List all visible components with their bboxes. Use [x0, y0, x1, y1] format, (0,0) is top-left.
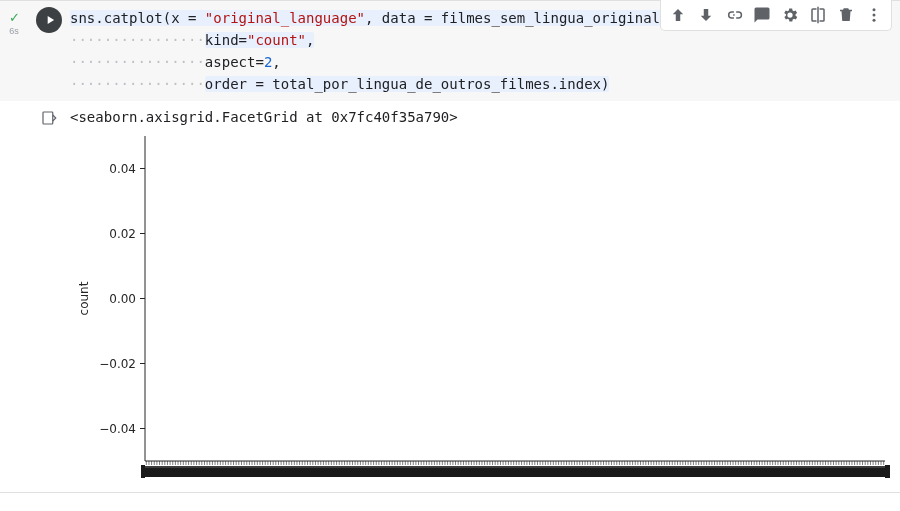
svg-point-0: [873, 8, 876, 11]
delete-button[interactable]: [833, 2, 859, 28]
settings-button[interactable]: [777, 2, 803, 28]
code-line: ················order = total_por_lingua…: [70, 73, 892, 95]
execution-time: 6s: [9, 26, 19, 36]
output-area: <seaborn.axisgrid.FacetGrid at 0x7fc40f3…: [0, 101, 900, 492]
more-vert-icon: [865, 6, 883, 24]
execution-gutter: ✓ 6s: [0, 1, 28, 36]
svg-text:count: count: [77, 281, 91, 315]
output-icon-column: [28, 107, 70, 127]
notebook-cell: ✓ 6s sns.catplot(x = "original_language"…: [0, 0, 900, 493]
seaborn-chart: −0.04−0.020.000.020.04count8: [70, 131, 890, 486]
code-line: ················kind="count",: [70, 29, 892, 51]
cell-toolbar: [660, 0, 892, 31]
link-icon: [725, 6, 743, 24]
svg-text:−0.04: −0.04: [99, 422, 136, 436]
svg-rect-3: [43, 112, 53, 124]
mirror-button[interactable]: [805, 2, 831, 28]
svg-text:0.02: 0.02: [109, 227, 136, 241]
move-down-button[interactable]: [693, 2, 719, 28]
comment-button[interactable]: [749, 2, 775, 28]
move-up-button[interactable]: [665, 2, 691, 28]
arrow-up-icon: [669, 6, 687, 24]
svg-point-2: [873, 19, 876, 22]
run-button-column: [28, 1, 70, 33]
svg-text:0.00: 0.00: [109, 292, 136, 306]
svg-rect-298: [142, 466, 888, 468]
svg-rect-299: [141, 465, 145, 478]
gear-icon: [781, 6, 799, 24]
mirror-icon: [809, 6, 827, 24]
svg-text:0.04: 0.04: [109, 162, 136, 176]
svg-text:−0.02: −0.02: [99, 357, 136, 371]
link-button[interactable]: [721, 2, 747, 28]
run-cell-button[interactable]: [36, 7, 62, 33]
code-line: ················aspect=2,: [70, 51, 892, 73]
arrow-down-icon: [697, 6, 715, 24]
svg-point-1: [873, 14, 876, 17]
output-content: <seaborn.axisgrid.FacetGrid at 0x7fc40f3…: [70, 107, 900, 492]
comment-icon: [753, 6, 771, 24]
output-repr-text: <seaborn.axisgrid.FacetGrid at 0x7fc40f3…: [70, 107, 890, 127]
output-indicator-icon: [40, 109, 58, 127]
trash-icon: [837, 6, 855, 24]
play-icon: [43, 13, 57, 27]
success-check-icon: ✓: [9, 11, 20, 24]
more-button[interactable]: [861, 2, 887, 28]
